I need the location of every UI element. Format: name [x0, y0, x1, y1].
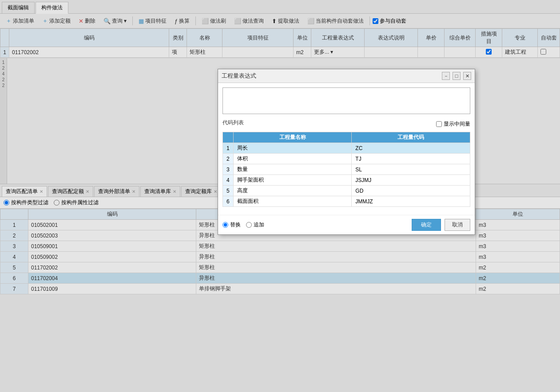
modal-options-row: 代码列表 显示中间量: [222, 119, 470, 129]
modal-radio-group: 替换 追加: [222, 221, 264, 229]
ct-row-num: 5: [223, 186, 234, 196]
modal-maximize-button[interactable]: □: [453, 72, 461, 80]
ct-row-name: 数量: [233, 164, 352, 175]
ct-row-name: 周长: [233, 143, 352, 154]
code-table: 工程量名称 工程量代码 1 周长 ZC 2 体积 TJ 3 数量 SL 4 脚手…: [222, 132, 470, 207]
ct-row-num: 1: [223, 143, 234, 154]
ct-row-code: TJ: [352, 154, 470, 164]
ct-row-num: 4: [223, 175, 234, 186]
code-table-row[interactable]: 1 周长 ZC: [223, 143, 470, 154]
ct-row-code: SL: [352, 164, 470, 175]
ct-row-name: 截面面积: [233, 196, 352, 207]
code-table-row[interactable]: 2 体积 TJ: [223, 154, 470, 164]
show-intermediate-checkbox[interactable]: [436, 121, 442, 127]
expression-input[interactable]: [222, 87, 470, 114]
engineering-quantity-modal: 工程量表达式 － □ ✕ 代码列表 显示中间量 工程量名称 工程量代码: [218, 69, 475, 235]
ct-col-code: 工程量代码: [352, 132, 470, 143]
code-list-label: 代码列表: [222, 119, 244, 127]
ct-row-code: JSJMJ: [352, 175, 470, 186]
cancel-button[interactable]: 取消: [445, 219, 470, 231]
modal-title: 工程量表达式: [222, 72, 256, 80]
ct-row-num: 3: [223, 164, 234, 175]
ct-row-num: 2: [223, 154, 234, 164]
modal-minimize-button[interactable]: －: [442, 72, 450, 80]
show-intermediate-checkbox-label[interactable]: 显示中间量: [436, 120, 470, 128]
modal-titlebar: 工程量表达式 － □ ✕: [218, 69, 475, 83]
ct-col-name: 工程量名称: [233, 132, 352, 143]
ct-row-name: 高度: [233, 186, 352, 196]
modal-body: 代码列表 显示中间量 工程量名称 工程量代码 1 周长 ZC 2 体积 TJ: [218, 83, 475, 215]
modal-bottom: 替换 追加 确定 取消: [218, 215, 475, 234]
ct-row-code: ZC: [352, 143, 470, 154]
code-table-row[interactable]: 5 高度 GD: [223, 186, 470, 196]
replace-radio-label[interactable]: 替换: [222, 221, 241, 229]
ct-row-name: 体积: [233, 154, 352, 164]
append-radio[interactable]: [246, 222, 252, 228]
modal-close-button[interactable]: ✕: [463, 72, 471, 80]
append-radio-label[interactable]: 追加: [246, 221, 264, 229]
modal-window-controls: － □ ✕: [442, 72, 471, 80]
ct-row-num: 6: [223, 196, 234, 207]
ct-row-name: 脚手架面积: [233, 175, 352, 186]
code-table-row[interactable]: 4 脚手架面积 JSJMJ: [223, 175, 470, 186]
replace-radio[interactable]: [222, 222, 228, 228]
code-table-row[interactable]: 3 数量 SL: [223, 164, 470, 175]
ct-col-num: [223, 132, 234, 143]
code-table-row[interactable]: 6 截面面积 JMMJZ: [223, 196, 470, 207]
ct-row-code: JMMJZ: [352, 196, 470, 207]
modal-action-buttons: 确定 取消: [412, 219, 470, 231]
confirm-button[interactable]: 确定: [412, 219, 441, 231]
ct-row-code: GD: [352, 186, 470, 196]
